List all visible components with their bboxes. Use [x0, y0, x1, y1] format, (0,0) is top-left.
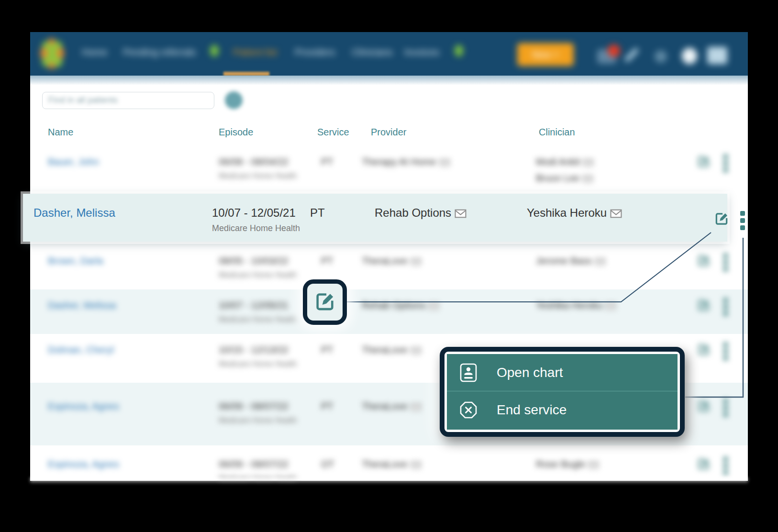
payer-cell: Medicare Home Health [219, 271, 297, 279]
kebab-menu-icon[interactable] [723, 343, 728, 360]
patient-name-link[interactable]: Brown, Darla [48, 255, 103, 266]
menu-item-end-service[interactable]: End service [447, 391, 678, 428]
mail-icon [455, 209, 467, 218]
header-clinician: Clinician [539, 127, 575, 138]
mail-icon [583, 159, 593, 166]
provider-cell: TheraLove [362, 344, 421, 355]
payer-cell: Medicare Home Health [219, 360, 297, 368]
provider-cell: TheraLove [362, 459, 421, 470]
mail-icon [440, 159, 450, 166]
episode-cell: 10/07 - 12/05/21 [212, 206, 296, 220]
search-button[interactable] [225, 91, 243, 109]
patient-name-link[interactable]: Bauer, John [48, 156, 99, 167]
edit-icon [314, 290, 336, 314]
clinician-cell: Modi Ankit [536, 156, 593, 167]
kebab-menu-icon[interactable] [723, 457, 728, 475]
top-nav: Home Pending referrals Patient list Prov… [30, 32, 748, 76]
table-row[interactable]: Dasher, Melissa 10/07 - 12/05/21 Medicar… [30, 289, 748, 334]
service-cell: PT [310, 206, 325, 220]
nav-item-patient-list[interactable]: Patient list [233, 47, 277, 58]
nav-fade [30, 76, 748, 85]
patient-name-link[interactable]: Espinoza, Agnes [48, 459, 119, 470]
service-cell: OT [321, 459, 334, 470]
clinician-cell: Bruce Lee [536, 173, 593, 184]
mail-icon [583, 175, 593, 183]
service-cell: PT [321, 344, 333, 355]
menu-grid-icon[interactable] [707, 47, 727, 64]
octagon-x-icon [459, 401, 478, 419]
clinician-cell: Yeshika Heroku [536, 300, 616, 311]
header-episode: Episode [219, 127, 253, 138]
table-row[interactable]: Bauer, John 06/08 - 08/04/22 Medicare Ho… [30, 146, 748, 190]
table-row[interactable]: Espinoza, Agnes 06/09 - 08/07/22 Medicar… [30, 445, 748, 481]
row-context-menu: Open chart End service [440, 347, 685, 437]
mail-icon [606, 302, 616, 310]
nav-item-providers[interactable]: Providers [295, 47, 335, 58]
payer-cell: Medicare Home Health [212, 223, 300, 233]
edit-icon[interactable] [697, 343, 711, 358]
patient-name-link[interactable]: Espinoza, Agnes [48, 401, 119, 412]
edit-icon[interactable] [697, 254, 711, 269]
clinician-cell: Rose Bugle [536, 459, 599, 470]
payer-cell: Medicare Home Health [219, 315, 297, 324]
episode-cell: 06/09 - 08/07/22 [219, 401, 289, 412]
notifications-icon[interactable] [597, 49, 616, 64]
table-row[interactable]: Brown, Darla 08/05 - 10/03/22 Medicare H… [30, 245, 748, 289]
episode-cell: 06/09 - 08/07/22 [219, 459, 289, 470]
settings-icon[interactable] [655, 50, 667, 63]
search-input[interactable]: Find in all patients [42, 92, 214, 109]
header-name: Name [48, 127, 73, 138]
provider-cell: Rehab Options [362, 300, 439, 311]
screenshot-root: Home Pending referrals Patient list Prov… [0, 0, 778, 532]
nav-item-home[interactable]: Home [82, 47, 107, 58]
episode-cell: 08/05 - 10/03/22 [219, 255, 289, 266]
payer-cell: Medicare Home Health [219, 172, 297, 180]
clinician-cell: Yeshika Heroku [527, 206, 622, 220]
new-button[interactable]: New + [517, 43, 574, 66]
phone-icon[interactable] [629, 46, 634, 64]
nav-item-invoices[interactable]: Invoices [404, 47, 439, 58]
service-cell: PT [321, 156, 333, 167]
service-cell: PT [321, 401, 333, 412]
edit-icon[interactable] [697, 298, 711, 314]
edit-icon[interactable] [697, 155, 711, 170]
mail-icon [610, 209, 622, 218]
mail-icon [411, 403, 421, 411]
kebab-menu-icon[interactable] [723, 298, 728, 316]
mail-icon [411, 258, 421, 266]
edit-icon[interactable] [697, 457, 711, 473]
patient-name-link[interactable]: Dolman, Cheryl [48, 344, 114, 355]
mail-icon [589, 461, 599, 469]
mail-icon [411, 461, 421, 469]
app-logo[interactable] [42, 41, 62, 67]
kebab-menu-icon[interactable] [740, 211, 745, 230]
kebab-menu-icon[interactable] [723, 155, 728, 172]
kebab-menu-icon[interactable] [723, 399, 728, 417]
nav-item-clinicians[interactable]: Clinicians [352, 47, 393, 58]
mail-icon [429, 302, 439, 310]
provider-cell: Therapy At Home [362, 156, 450, 167]
service-cell: PT [321, 255, 333, 266]
app-window: Home Pending referrals Patient list Prov… [30, 32, 748, 481]
nav-item-pending-referrals[interactable]: Pending referrals [123, 47, 196, 58]
episode-cell: 06/08 - 08/04/22 [219, 156, 289, 167]
provider-cell: TheraLove [362, 401, 421, 412]
patient-name-link[interactable]: Dasher, Melissa [48, 300, 116, 311]
patient-name-link[interactable]: Dasher, Melissa [33, 206, 115, 220]
menu-item-open-chart[interactable]: Open chart [447, 354, 678, 391]
kebab-menu-icon[interactable] [723, 254, 728, 271]
edit-icon-callout [303, 279, 347, 325]
clinician-cell: Jerome Bass [536, 255, 605, 266]
episode-cell: 10/15 - 12/13/22 [219, 344, 289, 355]
provider-cell: Rehab Options [375, 206, 467, 220]
edit-icon[interactable] [714, 211, 729, 228]
search-placeholder: Find in all patients [48, 95, 118, 105]
payer-cell: Medicare Home Health [219, 474, 297, 483]
mail-icon [411, 347, 421, 355]
episode-cell: 10/07 - 12/05/21 [219, 300, 289, 311]
edit-icon[interactable] [697, 399, 711, 415]
pending-referrals-badge [210, 45, 219, 56]
avatar[interactable] [682, 48, 697, 64]
header-provider: Provider [371, 127, 406, 138]
highlighted-row[interactable]: Dasher, Melissa 10/07 - 12/05/21 Medicar… [23, 194, 727, 242]
